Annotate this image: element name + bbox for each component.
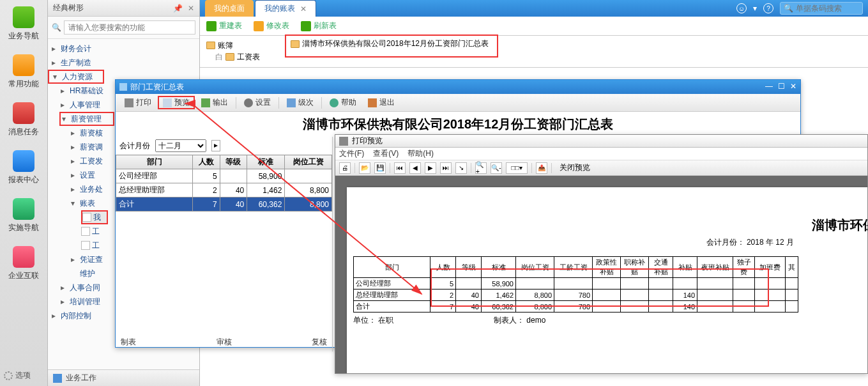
folder-icon: [206, 42, 215, 49]
level-icon: [287, 98, 296, 107]
crumb-item[interactable]: 账簿: [218, 40, 233, 51]
printer-icon: [339, 137, 348, 146]
close-button[interactable]: ✕: [790, 82, 796, 91]
report-toolbar: 重建表 修改表 刷新表: [200, 17, 868, 36]
pcol: 其: [786, 257, 798, 278]
user-icon[interactable]: ☺: [736, 3, 747, 13]
close-preview-button[interactable]: 关闭预览: [560, 162, 590, 173]
table-row-total[interactable]: 合计74060,3628,800: [116, 197, 332, 212]
crumb-item[interactable]: 工资表: [237, 52, 260, 63]
maximize-button[interactable]: ☐: [778, 82, 785, 91]
search-icon: 🔍: [52, 23, 61, 32]
table-row[interactable]: 公司经理部558,900: [116, 169, 332, 183]
grid-icon: [13, 246, 34, 268]
nav-label: 消息任务: [8, 127, 39, 137]
nav-ent[interactable]: 企业互联: [0, 240, 47, 288]
tree-item-hr[interactable]: 人力资源: [48, 70, 104, 84]
gear-icon: [244, 98, 253, 107]
col-post: 岗位工资: [285, 155, 332, 169]
print-preview-window: 打印预览 文件(F) 查看(V) 帮助(H) 🖨 📂 💾 ⏮ ◀ ▶ ⏭ ↘ 🔍…: [335, 134, 868, 374]
open-button[interactable]: 📂: [359, 162, 370, 174]
preview-button[interactable]: 预览: [158, 96, 195, 109]
nav-label: 业务导航: [8, 31, 39, 42]
col-count: 人数: [193, 155, 220, 169]
dialog-title: 部门工资汇总表: [130, 82, 184, 93]
period-label: 会计月份: [119, 141, 150, 151]
exit-button[interactable]: 退出: [363, 96, 400, 109]
close-tab-icon[interactable]: ✕: [300, 4, 307, 13]
nav-options[interactable]: 选项: [4, 370, 31, 381]
export-button[interactable]: 输出: [196, 96, 233, 109]
tab-desktop[interactable]: 我的桌面: [205, 0, 254, 17]
next-page-button[interactable]: ▶: [425, 162, 436, 174]
tree-item-myreport[interactable]: 我: [81, 210, 108, 224]
search-input[interactable]: [64, 20, 195, 35]
first-page-button[interactable]: ⏮: [394, 162, 406, 174]
work-icon: [53, 374, 62, 383]
topbar: 我的桌面 我的账表✕ ☺▾ ? 🔍: [200, 0, 868, 17]
zoom-in-button[interactable]: 🔍+: [475, 162, 487, 174]
print-button[interactable]: 🖨: [339, 162, 351, 174]
sidebar-head: 经典树形 📌 ✕: [48, 0, 199, 17]
tab-myreport[interactable]: 我的账表✕: [255, 0, 316, 17]
rebuild-button[interactable]: 重建表: [206, 20, 242, 31]
preview-title: 打印预览: [352, 135, 383, 146]
nav-msg[interactable]: 消息任务: [0, 96, 47, 144]
nav-label: 实施导航: [8, 222, 39, 233]
dialog-titlebar[interactable]: 部门工资汇总表 — ☐ ✕: [116, 80, 800, 94]
close-icon[interactable]: ✕: [188, 4, 194, 13]
preview-titlebar[interactable]: 打印预览: [335, 135, 867, 148]
menu-view[interactable]: 查看(V): [373, 148, 399, 159]
dialog-toolbar: 打印 预览 输出 设置 级次 帮助 退出: [116, 94, 800, 112]
tree-item-salary[interactable]: 薪资管理: [59, 112, 114, 126]
minimize-button[interactable]: —: [765, 82, 773, 91]
zoom-out-button[interactable]: 🔍-: [491, 162, 502, 174]
crumb-item[interactable]: 淄博市环保供热有限公司2018年12月份工资部门汇总表: [302, 38, 489, 49]
paper-title: 淄博市环保供热有限公司20: [812, 217, 867, 234]
nav-label: 常用功能: [8, 79, 39, 89]
nav-label: 企业互联: [8, 270, 39, 281]
footer-audit: 审核: [217, 337, 232, 348]
nav-fav[interactable]: 常用功能: [0, 48, 47, 96]
period-select[interactable]: 十二月: [155, 139, 206, 152]
report-heading: 淄博市环保供热有限公司2018年12月份工资部门汇总表: [116, 112, 800, 137]
gear-icon: [4, 371, 13, 380]
preview-icon: [163, 98, 172, 107]
help-icon[interactable]: ?: [763, 3, 773, 13]
goto-button[interactable]: ↘: [455, 162, 467, 174]
menu-file[interactable]: 文件(F): [339, 148, 364, 159]
level-button[interactable]: 级次: [282, 96, 319, 109]
modify-button[interactable]: 修改表: [254, 20, 289, 31]
prev-page-button[interactable]: ◀: [409, 162, 421, 174]
tree-item[interactable]: 财务会计: [48, 42, 199, 56]
breadcrumb: 账簿 白工资表 淄博市环保供热有限公司2018年12月份工资部门汇总表: [200, 36, 868, 68]
period-picker-button[interactable]: ▸: [211, 140, 220, 151]
nav-report[interactable]: 报表中心: [0, 144, 47, 192]
zoom-select[interactable]: □□▾: [506, 162, 528, 174]
paper-period: 会计月份： 2018 年 12 月: [706, 237, 794, 248]
settings-button[interactable]: 设置: [239, 96, 276, 109]
nav-icon: [13, 6, 34, 28]
print-button[interactable]: 打印: [119, 96, 156, 109]
nav-impl[interactable]: 实施导航: [0, 192, 47, 240]
doc-icon: [82, 213, 91, 222]
export-icon: [201, 98, 210, 107]
doc-icon: [81, 227, 90, 236]
pin-icon[interactable]: 📌: [173, 4, 183, 13]
tree-item[interactable]: 生产制造: [48, 56, 199, 70]
chevron-down-icon[interactable]: ▾: [753, 4, 757, 13]
save-button[interactable]: 💾: [374, 162, 386, 174]
menu-help[interactable]: 帮助(H): [407, 148, 434, 159]
nav-biz[interactable]: 业务导航: [0, 0, 47, 48]
help-button[interactable]: 帮助: [324, 96, 362, 109]
folder-icon: [225, 53, 234, 61]
footer-review: 复核: [312, 337, 327, 348]
compass-icon: [13, 198, 34, 220]
last-page-button[interactable]: ⏭: [440, 162, 452, 174]
sidebar-foot[interactable]: 业务工作: [48, 369, 199, 386]
col-std: 标准: [247, 155, 285, 169]
refresh-button[interactable]: 刷新表: [301, 20, 337, 31]
table-row[interactable]: 总经理助理部2401,4628,800: [116, 183, 332, 197]
preview-canvas[interactable]: 淄博市环保供热有限公司20 会计月份： 2018 年 12 月 部门 人数 等级…: [335, 176, 867, 373]
export-button[interactable]: 📤: [536, 162, 547, 174]
